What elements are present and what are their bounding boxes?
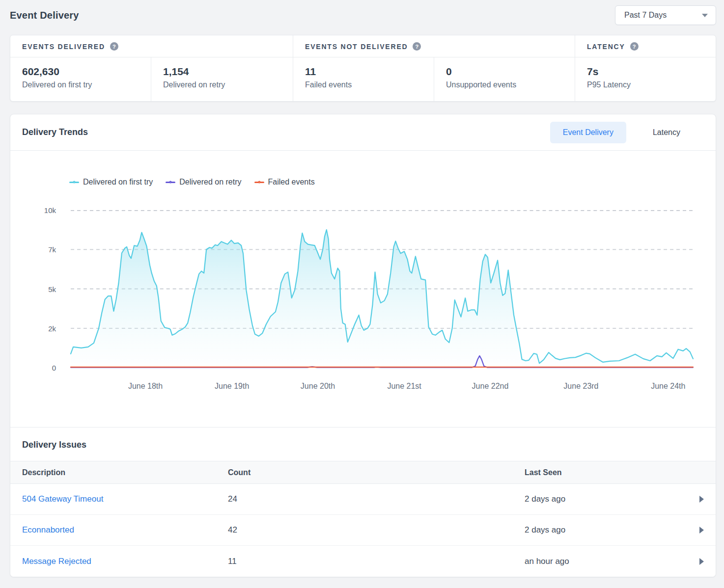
stats-card: EVENTS DELIVERED EVENTS NOT DELIVERED LA… <box>10 35 716 102</box>
legend-label: Delivered on retry <box>179 178 241 187</box>
y-axis-tick: 2k <box>48 324 56 332</box>
chevron-right-icon[interactable] <box>699 527 704 534</box>
page-title: Event Delivery <box>10 10 79 21</box>
stats-value-row: 602,630 Delivered on first try 1,154 Del… <box>10 57 716 101</box>
trends-card: Delivery Trends Event Delivery Latency D… <box>10 114 716 577</box>
stat-label: P95 Latency <box>587 80 704 89</box>
x-axis-tick: June 18th <box>128 382 163 391</box>
stats-group-events-delivered: EVENTS DELIVERED <box>10 35 293 57</box>
tab-latency[interactable]: Latency <box>640 122 693 143</box>
stat-value: 602,630 <box>22 66 139 78</box>
x-axis-tick: June 21st <box>387 382 421 391</box>
chart-x-axis: June 18thJune 19thJune 20thJune 21stJune… <box>71 382 693 393</box>
stat-label: Unsupported events <box>446 80 563 89</box>
issue-last-seen: an hour ago <box>525 557 674 566</box>
y-axis-tick: 7k <box>48 245 56 254</box>
issue-link[interactable]: Econnaborted <box>22 525 74 535</box>
column-count: Count <box>228 468 525 477</box>
date-range-select[interactable]: Past 7 Days <box>615 5 716 25</box>
issue-count: 24 <box>228 494 525 504</box>
y-axis-tick: 10k <box>44 206 56 214</box>
y-axis-tick: 5k <box>48 285 56 293</box>
stat-value: 7s <box>587 66 704 78</box>
chart-block: Delivered on first try Delivered on retr… <box>10 151 716 427</box>
help-icon[interactable] <box>110 42 118 51</box>
issue-last-seen: 2 days ago <box>525 494 674 504</box>
trends-header: Delivery Trends Event Delivery Latency <box>10 114 716 151</box>
issue-count: 11 <box>228 557 525 566</box>
legend-label: Delivered on first try <box>83 178 153 187</box>
issue-link[interactable]: 504 Gateway Timeout <box>22 494 103 504</box>
stat-value: 0 <box>446 66 563 78</box>
help-icon[interactable] <box>413 42 421 51</box>
stat-unsupported-events: 0 Unsupported events <box>434 57 575 101</box>
stat-p95-latency: 7s P95 Latency <box>575 57 716 101</box>
stat-delivered-retry: 1,154 Delivered on retry <box>151 57 293 101</box>
column-description: Description <box>22 468 228 477</box>
page-header: Event Delivery Past 7 Days <box>10 0 716 28</box>
legend-item-first-try[interactable]: Delivered on first try <box>69 178 153 187</box>
stats-group-label: EVENTS NOT DELIVERED <box>305 43 408 51</box>
line-marker-icon <box>69 182 79 183</box>
stat-value: 11 <box>305 66 422 78</box>
stats-header-row: EVENTS DELIVERED EVENTS NOT DELIVERED LA… <box>10 35 716 57</box>
legend-label: Failed events <box>268 178 315 187</box>
stat-value: 1,154 <box>163 66 281 78</box>
line-marker-icon <box>166 182 175 183</box>
issues-table-body: 504 Gateway Timeout 24 2 days ago Econna… <box>10 484 716 577</box>
y-axis-tick: 0 <box>52 364 56 372</box>
table-row: Message Rejected 11 an hour ago <box>10 546 716 577</box>
issue-last-seen: 2 days ago <box>525 525 674 535</box>
stat-failed-events: 11 Failed events <box>293 57 434 101</box>
date-range-value: Past 7 Days <box>624 11 667 20</box>
trend-chart: 02k5k7k10k <box>71 210 693 368</box>
issues-title: Delivery Issues <box>22 440 704 450</box>
x-axis-tick: June 23rd <box>563 382 598 391</box>
chevron-right-icon[interactable] <box>699 496 704 503</box>
trends-title: Delivery Trends <box>22 127 88 137</box>
trend-chart-svg <box>71 210 693 368</box>
help-icon[interactable] <box>630 42 639 51</box>
x-axis-tick: June 20th <box>301 382 335 391</box>
stat-label: Delivered on retry <box>163 80 281 89</box>
table-row: Econnaborted 42 2 days ago <box>10 515 716 546</box>
issues-header: Delivery Issues <box>10 427 716 461</box>
stats-group-label: EVENTS DELIVERED <box>22 43 105 51</box>
x-axis-tick: June 24th <box>651 382 685 391</box>
stats-group-events-not-delivered: EVENTS NOT DELIVERED <box>293 35 575 57</box>
issue-count: 42 <box>228 525 525 535</box>
x-axis-tick: June 22nd <box>472 382 509 391</box>
chevron-right-icon[interactable] <box>699 558 704 565</box>
legend-item-failed[interactable]: Failed events <box>254 178 315 187</box>
trends-tabs: Event Delivery Latency <box>550 122 693 143</box>
column-last-seen: Last Seen <box>525 468 674 477</box>
issue-link[interactable]: Message Rejected <box>22 557 91 566</box>
legend-item-retry[interactable]: Delivered on retry <box>166 178 241 187</box>
stat-delivered-first-try: 602,630 Delivered on first try <box>10 57 151 101</box>
line-marker-icon <box>254 182 264 183</box>
issues-table-header: Description Count Last Seen <box>10 461 716 484</box>
stats-group-latency: LATENCY <box>575 35 716 57</box>
x-axis-tick: June 19th <box>215 382 249 391</box>
tab-event-delivery[interactable]: Event Delivery <box>550 122 626 143</box>
table-row: 504 Gateway Timeout 24 2 days ago <box>10 484 716 515</box>
chevron-down-icon <box>702 14 708 17</box>
chart-legend: Delivered on first try Delivered on retr… <box>10 176 716 188</box>
stats-group-label: LATENCY <box>587 43 625 51</box>
event-delivery-page: Event Delivery Past 7 Days EVENTS DELIVE… <box>0 0 724 577</box>
stat-label: Failed events <box>305 80 422 89</box>
stat-label: Delivered on first try <box>22 80 139 89</box>
